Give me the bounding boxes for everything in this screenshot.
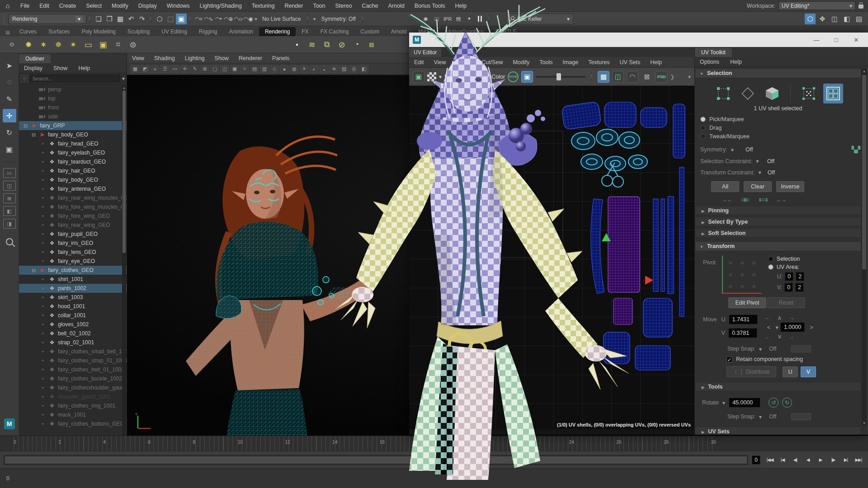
bookmarks-icon[interactable]: ☰ bbox=[160, 65, 170, 73]
snap-to-grid-icon[interactable]: ◠⌗ bbox=[193, 14, 203, 24]
blend-material-icon[interactable] bbox=[230, 38, 245, 52]
range-slider[interactable] bbox=[4, 455, 748, 465]
grid-toggle-icon[interactable]: ⊞ bbox=[200, 65, 209, 73]
expand-toggle[interactable] bbox=[42, 322, 48, 327]
menu-item[interactable]: Bonus Tools bbox=[410, 3, 450, 9]
move-step-snap-value[interactable]: Off bbox=[769, 346, 776, 352]
four-pane-layout-button[interactable]: ⊞ bbox=[3, 193, 16, 203]
expand-toggle[interactable] bbox=[42, 331, 48, 336]
volume-light-icon[interactable]: ▣ bbox=[96, 38, 110, 52]
outliner-row[interactable]: gloves_1002 bbox=[19, 320, 127, 329]
rgb-channel-badge[interactable]: RGB bbox=[508, 71, 519, 82]
range-slider-bar[interactable] bbox=[5, 456, 747, 464]
spot-light-icon[interactable]: ✵ bbox=[51, 38, 66, 52]
pivot-uv-area-radio[interactable] bbox=[768, 264, 774, 270]
select-all-button[interactable]: All bbox=[711, 181, 739, 192]
outliner-row[interactable]: fairy_GRP bbox=[19, 121, 127, 130]
step-forward-key-button[interactable]: |▶ bbox=[827, 455, 839, 465]
outliner-row[interactable]: fairy_rear_wing_muscles_GEO bbox=[19, 193, 127, 202]
go-to-start-button[interactable]: |◀◀ bbox=[764, 455, 776, 465]
field-chart-icon[interactable]: ⌗ bbox=[240, 65, 249, 73]
edit-pivot-button[interactable]: Edit Pivot bbox=[728, 297, 766, 308]
expand-toggle[interactable] bbox=[42, 250, 48, 255]
lock-camera-icon[interactable]: ◩ bbox=[141, 65, 150, 73]
retain-spacing-checkbox[interactable]: ✓ bbox=[726, 357, 732, 362]
uv-editor-tab[interactable]: UV Editor bbox=[409, 48, 441, 57]
expand-toggle[interactable] bbox=[42, 232, 48, 237]
signed-in-user-menu[interactable]: Eric Keller bbox=[506, 14, 574, 24]
snap-options-chevron-icon[interactable] bbox=[255, 16, 257, 22]
select-tool-icon[interactable]: ➤ bbox=[3, 59, 16, 72]
expand-toggle[interactable] bbox=[42, 169, 48, 174]
menu-item[interactable]: Edit bbox=[34, 3, 54, 9]
menu-item[interactable]: Help bbox=[450, 3, 472, 9]
area-light-icon[interactable]: ▭ bbox=[81, 38, 95, 52]
outliner-scrollbar[interactable]: ▲▼ bbox=[122, 86, 126, 436]
nudge-up-button[interactable]: ∧ bbox=[775, 314, 785, 321]
uv-selection-icon[interactable] bbox=[799, 84, 819, 103]
uv-toolkit-scrollbar[interactable]: ▲▼ bbox=[862, 69, 867, 426]
outliner-row[interactable]: belt_02_1002 bbox=[19, 329, 127, 338]
persp-uv-layout-button[interactable]: ◨ bbox=[3, 219, 16, 229]
shelf-tab[interactable]: Poly Modeling bbox=[75, 27, 121, 36]
home-icon[interactable]: ⌂ bbox=[0, 2, 15, 9]
filter-icon[interactable]: ▽ bbox=[21, 75, 28, 82]
move-v-field[interactable]: 0.3781 bbox=[728, 328, 757, 338]
rotate-angle-field[interactable]: 45.0000 bbox=[729, 398, 760, 408]
shelf-tab[interactable]: Rigging bbox=[193, 27, 223, 36]
expand-toggle[interactable] bbox=[42, 295, 48, 300]
outliner-row[interactable]: fairy_antenna_GEO bbox=[19, 184, 127, 193]
toolbar-grip[interactable] bbox=[4, 14, 7, 24]
multisample-aa-icon[interactable]: ▨ bbox=[340, 65, 349, 73]
expand-toggle[interactable] bbox=[42, 187, 48, 192]
outliner-row[interactable]: fairy_body_GEO bbox=[19, 130, 127, 139]
step-snap-dropdown-icon[interactable] bbox=[759, 346, 762, 352]
camera-attributes-icon[interactable]: ≡ bbox=[151, 65, 160, 73]
workspace-lock-icon[interactable] bbox=[859, 5, 863, 9]
pivot-selection-radio[interactable] bbox=[768, 256, 774, 262]
select-by-type-section-header[interactable]: Select By Type bbox=[695, 217, 861, 226]
post-process-icon[interactable]: ≋ bbox=[305, 38, 319, 52]
shelf-tab[interactable]: Custom bbox=[354, 27, 385, 36]
textured-mode-icon[interactable]: ◍ bbox=[290, 65, 299, 73]
outliner-row[interactable]: fairy_fore_wing_GEO bbox=[19, 211, 127, 221]
outliner-search-input[interactable] bbox=[30, 75, 120, 82]
step-snap-extra-button[interactable] bbox=[791, 345, 811, 352]
current-frame-field[interactable]: 0 bbox=[752, 455, 760, 465]
grow-shell-selection-icon[interactable]: ⇇⇉ bbox=[757, 196, 769, 204]
tool-settings-toggle-icon[interactable]: ◧ bbox=[841, 14, 852, 24]
symmetry-value[interactable]: Off bbox=[745, 146, 753, 153]
uv-toolkit-tab[interactable]: UV Toolkit bbox=[695, 48, 732, 57]
symmetry-mirror-icon[interactable]: ▚▞ bbox=[851, 146, 859, 153]
expand-toggle[interactable] bbox=[42, 304, 48, 309]
outliner-row[interactable]: fairy_lens_GEO bbox=[19, 248, 127, 257]
outliner-row[interactable]: fairy_fore_wing_muscles_GEO bbox=[19, 202, 127, 211]
expand-toggle[interactable] bbox=[42, 286, 48, 291]
rotate-dropdown-icon[interactable] bbox=[722, 399, 725, 406]
dim-image-icon[interactable]: ⊠ bbox=[641, 71, 653, 83]
phonge-material-icon[interactable] bbox=[185, 38, 200, 52]
menu-item[interactable]: Windows bbox=[162, 3, 195, 9]
selection-section-header[interactable]: Selection bbox=[695, 68, 861, 78]
shelf-tab[interactable]: Surfaces bbox=[42, 27, 75, 36]
menu-item[interactable]: Display bbox=[133, 3, 162, 9]
outliner-row[interactable]: fairy_hair_GEO bbox=[19, 166, 127, 175]
rotate-step-snap-extra-button[interactable] bbox=[791, 413, 811, 420]
outliner-row[interactable]: fairy_iris_GEO bbox=[19, 239, 127, 248]
u-min-field[interactable]: 0 bbox=[785, 272, 793, 281]
texture-chevron-icon[interactable] bbox=[439, 74, 442, 80]
uv-toolkit-menu-item[interactable]: Options bbox=[695, 59, 724, 65]
menu-item[interactable]: Arnold bbox=[383, 3, 410, 9]
scale-tool-icon[interactable]: ▣ bbox=[3, 142, 16, 156]
move-step-field[interactable]: 1.0000 bbox=[780, 322, 805, 332]
rotate-step-snap-value[interactable]: Off bbox=[769, 413, 776, 420]
outliner-row[interactable]: collar_1001 bbox=[19, 311, 127, 320]
outliner-row[interactable]: fairy_eyelash_GEO bbox=[19, 148, 127, 157]
render-current-frame-icon[interactable]: ◉ bbox=[420, 14, 431, 24]
texture-image-icon[interactable]: ▣ bbox=[413, 71, 425, 83]
outliner-row[interactable]: hood_1001 bbox=[19, 302, 127, 311]
outliner-row[interactable]: persp bbox=[19, 85, 127, 94]
transform-constraint-value[interactable]: Off bbox=[768, 169, 775, 176]
outliner-row[interactable]: shirt_1001 bbox=[19, 275, 127, 284]
safe-title-icon[interactable]: ▥ bbox=[260, 65, 269, 73]
